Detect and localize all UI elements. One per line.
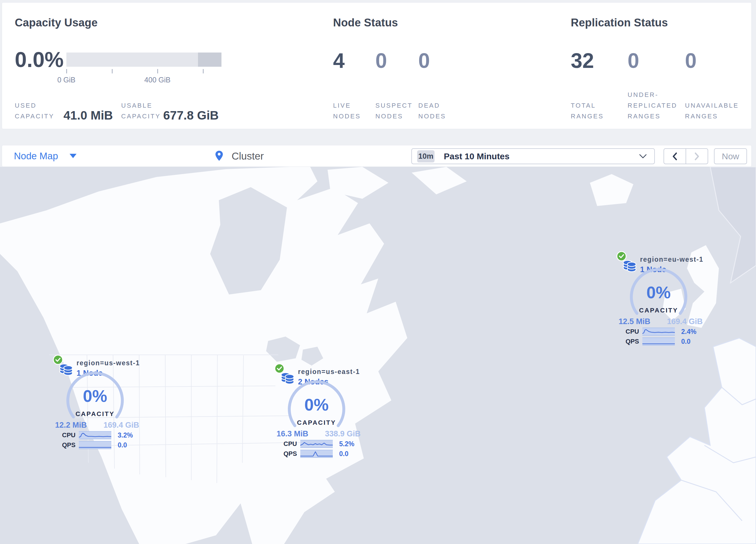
- capacity-gauge-percent: 0%: [630, 284, 688, 301]
- capacity-used-value: 12.5 MiB: [619, 317, 650, 326]
- node-status-item-label: DEADNODES: [418, 100, 446, 121]
- region-name: region=eu-west-1: [640, 255, 704, 263]
- capacity-values: 12.2 MiB169.4 GiB: [55, 421, 139, 430]
- node-status-item-label: SUSPECTNODES: [375, 100, 412, 121]
- capacity-values: 12.5 MiB169.4 GiB: [619, 317, 703, 326]
- capacity-total-value: 169.4 GiB: [667, 317, 703, 326]
- qps-sparkline: [642, 338, 675, 346]
- capacity-used-value: 12.2 MiB: [55, 421, 87, 430]
- capacity-metric-value: 41.0 MiB: [63, 108, 113, 122]
- time-window-label: Past 10 Minutes: [444, 151, 510, 161]
- map-toolbar: Node Map Cluster 10m Past 10 Minutes: [2, 145, 752, 167]
- qps-metric-row: QPS0.0: [62, 441, 127, 449]
- node-status-item-value: 0: [418, 50, 430, 71]
- capacity-total-value: 169.4 GiB: [103, 421, 139, 430]
- capacity-gauge-label: CAPACITY: [630, 307, 688, 314]
- cpu-sparkline: [79, 431, 111, 439]
- location-pin-icon: [214, 150, 224, 162]
- cpu-label: CPU: [283, 440, 300, 448]
- cpu-value: 2.4%: [681, 328, 696, 336]
- cluster-summary-panel: Capacity Usage 0.0% 0 GiB400 GiB USEDCAP…: [2, 2, 752, 129]
- capacity-used-value: 16.3 MiB: [277, 429, 308, 438]
- qps-label: QPS: [283, 450, 300, 458]
- capacity-axis-tick: [66, 69, 67, 73]
- qps-metric-row: QPS0.0: [283, 450, 348, 458]
- replication-status-panel: Replication Status 32TOTALRANGES0UNDER-R…: [571, 3, 750, 129]
- capacity-axis-tick: [203, 69, 203, 73]
- cpu-sparkline: [300, 440, 333, 448]
- time-window-select[interactable]: 10m Past 10 Minutes: [411, 148, 655, 164]
- replication-status-item-label: TOTALRANGES: [571, 100, 604, 121]
- qps-value: 0.0: [118, 441, 127, 449]
- time-window-badge: 10m: [417, 150, 435, 162]
- breadcrumb-label: Cluster: [232, 150, 264, 162]
- capacity-bar-reserved-segment: [198, 52, 221, 67]
- replication-status-item-value: 0: [628, 50, 639, 71]
- db-console-node-map-page: Capacity Usage 0.0% 0 GiB400 GiB USEDCAP…: [0, 0, 756, 544]
- now-button[interactable]: Now: [714, 148, 747, 164]
- breadcrumb[interactable]: Cluster: [214, 145, 264, 166]
- node-status-title: Node Status: [333, 17, 398, 29]
- view-selector-dropdown[interactable]: Node Map: [14, 145, 77, 166]
- cpu-metric-row: CPU2.4%: [626, 328, 696, 336]
- cpu-value: 3.2%: [118, 431, 133, 439]
- cpu-metric-row: CPU5.2%: [283, 440, 354, 448]
- region-marker-eu-west-1[interactable]: region=eu-west-11 Node0%CAPACITY12.5 MiB…: [612, 251, 705, 351]
- view-selector-label: Node Map: [14, 150, 58, 162]
- cpu-label: CPU: [62, 431, 79, 439]
- node-status-panel: Node Status 4LIVENODES0SUSPECTNODES0DEAD…: [333, 3, 559, 129]
- capacity-gauge-label: CAPACITY: [288, 419, 346, 427]
- cpu-metric-row: CPU3.2%: [62, 431, 133, 439]
- region-name: region=us-west-1: [77, 359, 140, 367]
- node-map-canvas[interactable]: region=us-west-11 Node0%CAPACITY12.2 MiB…: [0, 167, 756, 544]
- cpu-sparkline: [642, 328, 675, 336]
- qps-label: QPS: [626, 338, 642, 345]
- capacity-metric-label: USEDCAPACITY: [15, 100, 54, 121]
- capacity-metric-label: USABLECAPACITY: [121, 100, 161, 121]
- capacity-axis-label: 400 GiB: [144, 76, 170, 84]
- region-name: region=us-east-1: [298, 368, 360, 376]
- prev-time-range-button[interactable]: [664, 149, 686, 164]
- capacity-axis-tick: [112, 69, 112, 73]
- qps-value: 0.0: [681, 338, 690, 346]
- capacity-gauge-label: CAPACITY: [66, 410, 124, 418]
- capacity-gauge-percent: 0%: [288, 396, 346, 413]
- replication-status-item-label: UNDER-REPLICATEDRANGES: [628, 89, 677, 121]
- capacity-gauge-percent: 0%: [66, 388, 124, 405]
- cpu-value: 5.2%: [339, 440, 354, 448]
- qps-sparkline: [79, 441, 111, 449]
- capacity-metric-value: 677.8 GiB: [163, 108, 219, 122]
- capacity-usage-bar: 0 GiB400 GiB: [66, 52, 221, 67]
- qps-value: 0.0: [339, 450, 348, 458]
- qps-sparkline: [300, 450, 333, 458]
- node-status-item-value: 4: [333, 50, 345, 71]
- capacity-usage-panel: Capacity Usage 0.0% 0 GiB400 GiB USEDCAP…: [15, 3, 316, 129]
- replication-status-item-label: UNAVAILABLERANGES: [685, 100, 739, 121]
- cpu-label: CPU: [626, 328, 642, 336]
- capacity-usage-percent: 0.0%: [15, 49, 64, 70]
- capacity-total-value: 338.9 GiB: [325, 429, 361, 438]
- qps-label: QPS: [62, 441, 79, 449]
- replication-status-item-value: 0: [685, 50, 697, 71]
- region-marker-us-west-1[interactable]: region=us-west-11 Node0%CAPACITY12.2 MiB…: [49, 355, 141, 455]
- chevron-down-icon: [639, 154, 647, 159]
- region-marker-us-east-1[interactable]: region=us-east-12 Nodes0%CAPACITY16.3 Mi…: [270, 363, 363, 463]
- node-status-item-value: 0: [375, 50, 387, 71]
- capacity-axis-label: 0 GiB: [57, 76, 76, 84]
- node-status-item-label: LIVENODES: [333, 100, 361, 121]
- next-time-range-button[interactable]: [686, 149, 708, 164]
- replication-status-item-value: 32: [571, 50, 594, 71]
- replication-status-title: Replication Status: [571, 17, 668, 29]
- capacity-values: 16.3 MiB338.9 GiB: [277, 429, 361, 438]
- qps-metric-row: QPS0.0: [626, 338, 690, 346]
- chevron-down-icon: [70, 154, 77, 158]
- capacity-axis-tick: [157, 69, 158, 73]
- time-range-arrows: [664, 148, 708, 164]
- capacity-usage-title: Capacity Usage: [15, 17, 98, 29]
